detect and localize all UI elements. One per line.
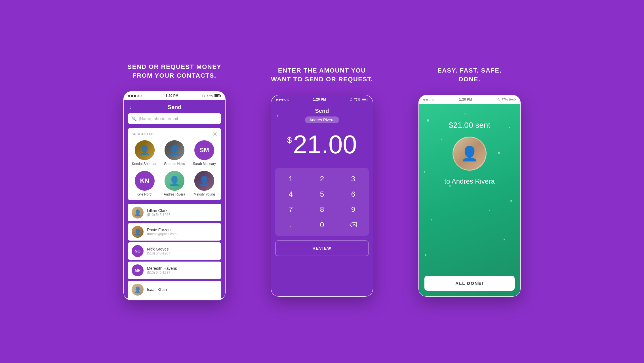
list-item-roxie[interactable]: 👤 Roxie Farzan rfarzan@gmail.com [128, 223, 221, 241]
search-placeholder: |Name, phone, email [139, 116, 178, 121]
list-name-lillian: Lillian Clark [147, 208, 170, 213]
list-item-isaac[interactable]: 👤 Isaac Khan [128, 281, 221, 298]
battery-icon-3 [509, 98, 516, 101]
confirmation-top: $21.00 sent 👤 to Andres Rivera [444, 115, 494, 197]
bluetooth-icon-2: ⬡ [350, 98, 353, 101]
sparkle-7 [431, 219, 432, 220]
screen2-wrapper: ENTER THE AMOUNT YOUWANT TO SEND OR REQU… [257, 66, 387, 297]
sparkle-5 [424, 171, 425, 173]
list-detail-lillian: (510) 545-1287 [147, 213, 170, 217]
dot3-3 [429, 99, 431, 101]
signal-dots-3 [423, 99, 434, 101]
sparkle-1 [427, 119, 429, 122]
signal-dots [128, 95, 142, 97]
key-9[interactable]: 9 [342, 202, 365, 216]
contact-graham[interactable]: Graham Holts [161, 140, 187, 166]
amount-display: $ 21.00 [271, 126, 373, 160]
dot5 [140, 95, 142, 97]
key-dot[interactable]: . [279, 218, 302, 232]
avatar-melody [194, 171, 214, 191]
status-icons-1: ⬡ 77% [202, 94, 221, 98]
screen2-body: ‹ Send Andres Rivera $ 21.00 1 [271, 104, 373, 296]
avatar-graham [165, 140, 184, 160]
sparkle-9 [425, 254, 426, 256]
key-1[interactable]: 1 [279, 172, 302, 186]
amount-value: 21.00 [293, 132, 357, 157]
keypad-row-1: 1 2 3 [275, 172, 369, 186]
battery-percent-3: 77% [502, 98, 508, 101]
battery-percent-2: 77% [354, 98, 360, 101]
all-done-button[interactable]: ALL DONE! [424, 276, 515, 291]
contacts-list: 👤 Lillian Clark (510) 545-1287 👤 [128, 204, 221, 298]
search-icon: 🔍 [132, 116, 136, 121]
bluetooth-icon: ⬡ [202, 94, 205, 98]
contact-kendal[interactable]: Kendal Sherman [132, 140, 157, 166]
dot2-3 [281, 99, 283, 101]
sparkle-10 [464, 113, 466, 114]
list-avatar-isaac: 👤 [132, 284, 144, 296]
review-button[interactable]: REVIEW [275, 240, 369, 256]
recipient-photo: 👤 [453, 137, 487, 171]
sent-to: to Andres Rivera [444, 177, 494, 185]
sparkle-8 [504, 239, 505, 240]
key-5[interactable]: 5 [311, 187, 333, 201]
screen3-body: $21.00 sent 👤 to Andres Rivera ALL DONE! [419, 104, 520, 296]
list-detail-roxie: rfarzan@gmail.com [147, 232, 176, 236]
list-avatar-roxie: 👤 [132, 226, 144, 238]
list-info-roxie: Roxie Farzan rfarzan@gmail.com [147, 228, 176, 236]
search-bar[interactable]: 🔍 |Name, phone, email [128, 113, 221, 124]
key-6[interactable]: 6 [342, 187, 365, 201]
status-bar-3: 1:20 PM ⬡ 77% [419, 95, 520, 104]
status-bar-2: 1:20 PM ⬡ 77% [271, 95, 373, 104]
avatar-kendal [135, 140, 155, 160]
screen1-phone: 1:20 PM ⬡ 77% ‹ Send 🔍 [123, 91, 226, 300]
bluetooth-icon-3: ⬡ [497, 98, 500, 101]
screen2-header: ‹ Send Andres Rivera [271, 104, 373, 126]
list-item-lillian[interactable]: 👤 Lillian Clark (510) 545-1287 [128, 204, 221, 221]
sparkle-6 [510, 200, 512, 202]
screen3-phone: 1:20 PM ⬡ 77% [418, 95, 521, 297]
sparkle-2 [509, 127, 510, 128]
battery-icon-2 [362, 98, 368, 101]
back-arrow-1[interactable]: ‹ [129, 104, 131, 111]
contact-andres-suggested[interactable]: Andres Rivera [161, 171, 187, 196]
suggested-text: SUGGESTED [132, 132, 154, 136]
list-info-nick: Nick Groves (510) 545-1287 [147, 247, 170, 255]
contact-kyle[interactable]: KN Kyle North [132, 171, 157, 196]
list-info-isaac: Isaac Khan [147, 287, 167, 292]
name-andres-suggested: Andres Rivera [164, 192, 185, 196]
key-4[interactable]: 4 [279, 187, 302, 201]
list-name-nick: Nick Groves [147, 247, 170, 251]
list-item-nick[interactable]: NG Nick Groves (510) 545-1287 [128, 242, 221, 260]
contact-melody[interactable]: Melody Young [191, 171, 217, 196]
list-name-roxie: Roxie Farzan [147, 228, 176, 232]
avatar-sarah: SM [194, 140, 214, 160]
screen1-header: ‹ Send [124, 100, 225, 113]
dot3 [134, 95, 136, 97]
backspace-icon [349, 222, 357, 228]
sent-amount: $21.00 sent [444, 121, 494, 130]
dot1 [128, 95, 130, 97]
list-item-meredith[interactable]: MH Meredith Havens (510) 545-1287 [128, 262, 221, 279]
name-melody: Melody Young [194, 192, 215, 196]
send-title-1: Send [168, 104, 182, 111]
contact-sarah[interactable]: SM Sarah McLeary [191, 140, 217, 166]
key-backspace[interactable] [342, 218, 365, 232]
suggested-dot-icon [213, 132, 217, 136]
key-8[interactable]: 8 [311, 202, 333, 216]
list-avatar-nick: NG [132, 245, 144, 257]
list-avatar-lillian: 👤 [132, 207, 144, 218]
key-0[interactable]: 0 [311, 218, 333, 232]
dot4 [137, 95, 139, 97]
avatar-andres-suggested [165, 171, 184, 191]
dot2 [131, 95, 133, 97]
keypad-row-3: 7 8 9 [275, 202, 369, 216]
key-7[interactable]: 7 [279, 202, 302, 216]
status-time-3: 1:20 PM [459, 97, 472, 101]
key-3[interactable]: 3 [342, 172, 365, 186]
sparkle-4 [498, 152, 500, 154]
name-kyle: Kyle North [137, 192, 153, 196]
back-arrow-2[interactable]: ‹ [277, 112, 279, 119]
suggested-section: SUGGESTED Kendal Sherman [128, 128, 221, 200]
key-2[interactable]: 2 [311, 172, 333, 186]
